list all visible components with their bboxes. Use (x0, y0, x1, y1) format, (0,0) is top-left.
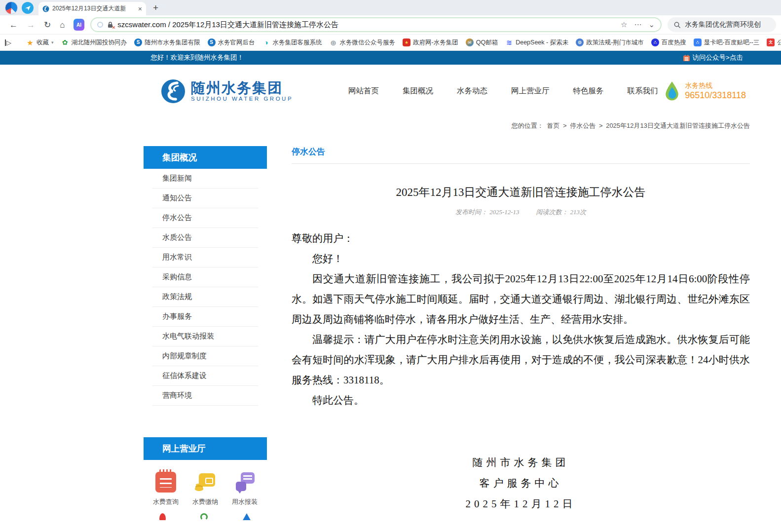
url-text[interactable]: szcswater.com / 2025年12月13日交通大道新旧管连接施工停水… (117, 20, 617, 30)
sidebar-section-title-overview[interactable]: 集团概况 (144, 146, 267, 169)
nav-item-online-hall[interactable]: 网上营业厅 (511, 86, 550, 96)
bookmark-item[interactable]: ∴百度热搜 (651, 38, 686, 47)
bookmark-item[interactable]: S随州市水务集团有限 (134, 38, 200, 47)
flower-icon: ✿ (61, 38, 69, 46)
bookmark-label: 收藏 (37, 38, 49, 47)
bookmark-label: 水务官网后台 (218, 38, 255, 47)
sidebar-item-water-knowledge[interactable]: 用水常识 (152, 248, 258, 267)
site-info-icon[interactable] (97, 22, 103, 28)
article-signature: 随州市水务集团 客户服务中心 2025年12月12日 (292, 452, 750, 514)
service-label: 水费缴纳 (188, 497, 223, 506)
sidebar-item-group-news[interactable]: 集团新闻 (152, 169, 258, 189)
browser-logo-icon[interactable] (5, 1, 18, 14)
ai-extension-icon[interactable]: AI (74, 19, 85, 31)
sidebar-section-title-online-hall[interactable]: 网上营业厅 (144, 437, 267, 460)
back-button[interactable]: ← (9, 21, 18, 29)
bookmark-item[interactable]: ∴显卡吧-百度贴吧--三 (694, 38, 760, 47)
nav-item-water-news[interactable]: 水务动态 (457, 86, 487, 96)
content-section-title: 停水公告 (292, 146, 750, 164)
water-logo-icon: S (134, 38, 142, 46)
breadcrumb-home-link[interactable]: 首页 (547, 122, 559, 129)
insecure-lock-icon[interactable]: ✕ (107, 21, 113, 29)
signature-line: 随州市水务集团 (292, 452, 750, 473)
breadcrumb: 您的位置： 首页 > 停水公告 > 2025年12月13日交通大道新旧管连接施工… (144, 117, 750, 138)
service-item-fee-payment[interactable]: 水费缴纳 (188, 472, 223, 506)
tab-close-icon[interactable]: × (138, 5, 142, 13)
url-host: szcswater.com (117, 20, 166, 29)
bookmark-item[interactable]: ◑水务集团客服系统 (262, 38, 322, 47)
reload-button[interactable]: ↻ (44, 21, 51, 29)
bookmark-label: DeepSeek - 探索未 (516, 38, 568, 47)
bookmark-label: 公文宝 (777, 38, 781, 47)
ring-icon[interactable] (200, 513, 208, 520)
chevron-down-icon[interactable]: ⌄ (648, 20, 655, 29)
tab-title: 2025年12月13日交通大道新 (52, 4, 135, 13)
nav-item-contact[interactable]: 联系我们 (628, 86, 658, 96)
sidebar-item-business-env[interactable]: 营商环境 (152, 386, 258, 406)
service-label: 用水报装 (227, 497, 262, 506)
sidebar-item-water-quality[interactable]: 水质公告 (152, 228, 258, 248)
browser-toolbar: ← → ↻ ⌂ AI ✕ szcswater.com / 2025年12月13日… (0, 15, 781, 35)
bookmark-item[interactable]: ⊙政策法规-荆门市城市 (576, 38, 644, 47)
service-item-installation[interactable]: 用水报装 (227, 472, 262, 506)
paper-plane-icon (25, 5, 31, 11)
sidebar-item-notices[interactable]: 通知公告 (152, 189, 258, 208)
bookmark-item[interactable]: ✉QQ邮箱 (466, 38, 498, 47)
service-item-fee-query[interactable]: 水费查询 (149, 472, 183, 506)
bookmark-item[interactable]: ⊕水务微信公众号服务 (330, 38, 396, 47)
url-path: / 2025年12月13日交通大道新旧管连接施工停水公告 (166, 20, 338, 29)
address-bar[interactable]: ✕ szcswater.com / 2025年12月13日交通大道新旧管连接施工… (90, 17, 662, 32)
main-content: 停水公告 2025年12月13日交通大道新旧管连接施工停水公告 发布时间：202… (292, 146, 750, 520)
sidebar-item-policies[interactable]: 政策法规 (152, 287, 258, 307)
site-logo[interactable]: 随州水务集团 SUIZHOU WATER GROUP (160, 78, 293, 104)
nav-item-featured-services[interactable]: 特色服务 (573, 86, 604, 96)
search-icon (673, 21, 681, 29)
triangle-icon[interactable] (242, 513, 251, 520)
bookmark-item[interactable]: ≋DeepSeek - 探索未 (505, 38, 568, 47)
bookmarks-bar: ▷ ★ 收藏 ▾ ✿湖北随州国投协同办 S随州市水务集团有限 S水务官网后台 ◑… (0, 35, 781, 51)
signature-line: 客户服务中心 (292, 473, 750, 494)
bookmark-item[interactable]: S水务官网后台 (208, 38, 255, 47)
bookmark-item-favorites[interactable]: ★ 收藏 ▾ (26, 38, 54, 47)
bookmark-label: 显卡吧-百度贴吧--三 (704, 38, 760, 47)
home-button[interactable]: ⌂ (60, 21, 65, 29)
bookmark-item[interactable]: ★政府网-水务集团 (403, 38, 458, 47)
sidebar-item-joint-installation[interactable]: 水电气联动报装 (152, 327, 258, 346)
official-account-link[interactable]: 访问公众号>点击 (683, 53, 743, 62)
article-title: 2025年12月13日交通大道新旧管连接施工停水公告 (292, 185, 750, 200)
forward-button[interactable]: → (27, 21, 35, 29)
sidebar-item-internal-rules[interactable]: 内部规章制度 (152, 346, 258, 366)
bookmark-item[interactable]: 文公文宝 (767, 38, 781, 47)
bookmark-item[interactable]: ✿湖北随州国投协同办 (61, 38, 127, 47)
service-grid-partial (144, 510, 267, 520)
side-panel-toggle-icon[interactable]: ▷ (5, 39, 11, 46)
globe-icon: ⊕ (330, 38, 337, 46)
nav-item-home[interactable]: 网站首页 (348, 86, 379, 96)
browser-tab[interactable]: 2025年12月13日交通大道新 × (38, 2, 146, 15)
baidu-paw-icon: ∴ (651, 38, 659, 46)
drop-icon[interactable] (159, 513, 166, 520)
article-paragraph: 因交通大道新旧管连接施工，我公司拟于2025年12月13日22:00至2025年… (292, 269, 750, 330)
breadcrumb-section-link[interactable]: 停水公告 (570, 122, 595, 129)
new-tab-button[interactable]: + (153, 2, 158, 13)
view-count: 213次 (570, 208, 587, 216)
bookmark-star-icon[interactable]: ☆ (621, 20, 627, 29)
mail-icon: ✉ (466, 38, 474, 46)
more-icon[interactable]: ⋯ (634, 20, 641, 29)
bookmark-label: 政府网-水务集团 (413, 38, 458, 47)
main-nav: 网站首页 集团概况 水务动态 网上营业厅 特色服务 联系我们 (348, 86, 658, 96)
welcome-text: 您好！欢迎来到随州水务集团！ (150, 53, 244, 62)
nav-item-group-overview[interactable]: 集团概况 (403, 86, 433, 96)
notepad-icon (155, 472, 176, 493)
sidebar-item-services[interactable]: 办事服务 (152, 307, 258, 327)
search-text: 水务集团优化营商环境创 (685, 20, 761, 29)
search-box[interactable]: 水务集团优化营商环境创 (668, 17, 776, 32)
caret-down-icon: ▾ (51, 40, 54, 45)
bookmark-label: 水务微信公众号服务 (340, 38, 396, 47)
sidebar-item-credit-system[interactable]: 征信体系建设 (152, 366, 258, 386)
sidebar-item-water-outage[interactable]: 停水公告 (152, 208, 258, 228)
breadcrumb-separator: > (563, 122, 567, 129)
signature-line: 2025年12月12日 (292, 494, 750, 514)
messenger-icon[interactable] (22, 2, 34, 14)
sidebar-item-procurement[interactable]: 采购信息 (152, 267, 258, 287)
